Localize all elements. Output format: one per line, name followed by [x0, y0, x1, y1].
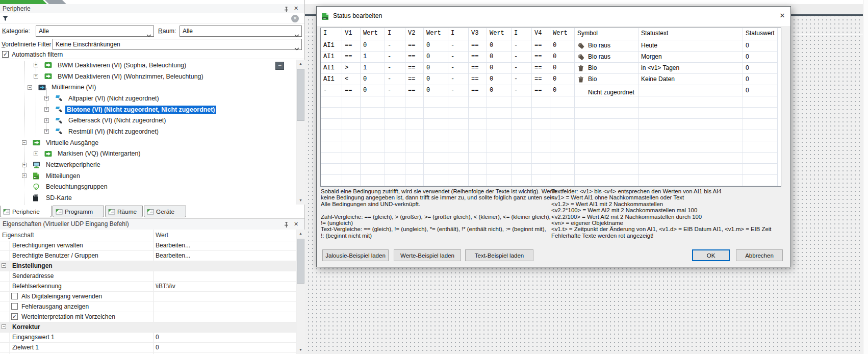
- scroll-up-icon[interactable]: ▲: [296, 60, 305, 68]
- property-checkbox[interactable]: [11, 303, 18, 310]
- property-checkbox[interactable]: ✓: [11, 313, 18, 320]
- table-cell: [469, 96, 487, 108]
- table-row[interactable]: AI1>1-==0-==0-==0Bioin <v1> Tagen0: [321, 63, 781, 74]
- table-row[interactable]: [321, 96, 781, 108]
- scroll-down-icon[interactable]: ▼: [296, 346, 305, 354]
- table-row[interactable]: [321, 164, 781, 175]
- table-row[interactable]: [321, 141, 781, 153]
- property-row-senderadresse[interactable]: Senderadresse: [0, 271, 296, 282]
- property-row-werteinterpretation-mit-vorzeichen[interactable]: ✓Werteinterpretation mit Vorzeichen: [0, 312, 296, 322]
- table-row[interactable]: AI1==0-==0-==0-==0Bio rausHeute0: [321, 40, 781, 52]
- expand-icon[interactable]: +: [44, 129, 49, 134]
- auto-filter-checkbox[interactable]: ✓: [2, 51, 9, 58]
- scrollbar-thumb[interactable]: [297, 69, 304, 121]
- tree-item-m-lltermine[interactable]: −Mülltermine (VI): [0, 82, 295, 93]
- table-row[interactable]: [321, 175, 781, 186]
- properties-scrollbar[interactable]: ▲ ▼: [296, 230, 305, 354]
- kategorie-select[interactable]: Alle: [36, 26, 154, 37]
- property-action-value[interactable]: Bearbeiten...: [156, 252, 190, 259]
- property-label: Berechtigte Benutzer / Gruppen: [12, 252, 98, 259]
- scroll-down-icon[interactable]: ▼: [296, 196, 305, 205]
- scrollbar-thumb[interactable]: [297, 239, 304, 284]
- text-beispiel-laden-button[interactable]: Text-Beispiel laden: [465, 249, 533, 261]
- table-cell: [532, 141, 550, 153]
- column-divider: [153, 230, 154, 241]
- table-row[interactable]: [321, 153, 781, 164]
- werte-beispiel-laden-button[interactable]: Werte-Beispiel laden: [394, 249, 461, 261]
- tree-item-virtuelle-ausg-nge[interactable]: −Virtuelle Ausgänge: [0, 137, 295, 148]
- clear-filter-icon[interactable]: ✕: [291, 15, 299, 22]
- scroll-up-icon[interactable]: ▲: [296, 230, 305, 238]
- collapse-all-button[interactable]: −: [275, 62, 284, 70]
- column-header-i: I: [448, 28, 469, 40]
- tree-item-restm-ll[interactable]: +Restmüll (VI) (Nicht zugeordnet): [0, 126, 295, 137]
- property-row-fehlerausgang-anzeigen[interactable]: Fehlerausgang anzeigen: [0, 302, 296, 312]
- expand-icon[interactable]: +: [44, 96, 49, 100]
- property-checkbox[interactable]: [11, 293, 18, 299]
- tree-item-altpapier[interactable]: +Altpapier (VI) (Nicht zugeordnet): [0, 93, 295, 104]
- table-cell: 0: [550, 63, 575, 74]
- expand-icon[interactable]: +: [44, 118, 49, 123]
- table-row[interactable]: [321, 130, 781, 141]
- ok-button[interactable]: OK: [692, 249, 730, 261]
- property-label: Berechtigungen verwalten: [12, 242, 83, 249]
- collapse-icon[interactable]: −: [2, 324, 6, 329]
- tab-card-icon: [3, 208, 10, 215]
- jalousie-beispiel-laden-button[interactable]: Jalousie-Beispiel laden: [322, 249, 389, 261]
- status-conditions-table[interactable]: IV1WertIV2WertIV3WertIV4WertSymbolStatus…: [320, 28, 781, 187]
- raum-select[interactable]: Alle: [180, 26, 302, 37]
- property-row-befehlserkennung[interactable]: Befehlserkennung\iBT:\i\v: [0, 282, 296, 292]
- property-row-berechtigte-benutzer-gruppen[interactable]: Berechtigte Benutzer / GruppenBearbeiten…: [0, 251, 296, 261]
- table-row[interactable]: [321, 108, 781, 119]
- table-cell: ==: [532, 52, 550, 63]
- tree-item-mitteilungen[interactable]: +Mitteilungen: [0, 170, 295, 182]
- tree-item-gelbersack[interactable]: +Gelbersack (VI) (Nicht zugeordnet): [0, 115, 295, 126]
- tree-item-markisen[interactable]: +Markisen (VQ) (Wintergarten): [0, 148, 295, 160]
- expand-icon[interactable]: +: [44, 107, 49, 112]
- expand-icon[interactable]: +: [22, 163, 27, 167]
- dialog-titlebar[interactable]: Status bearbeiten ✕: [317, 7, 790, 26]
- property-row-eingangswert-1[interactable]: Eingangswert 10: [0, 333, 296, 343]
- table-cell: [385, 108, 405, 119]
- cancel-button[interactable]: Abbrechen: [736, 249, 783, 261]
- collapse-icon[interactable]: −: [28, 85, 32, 90]
- tree-item-sd-karte[interactable]: SD-Karte: [0, 192, 295, 204]
- expand-icon[interactable]: +: [22, 173, 27, 178]
- symbol-text: Bio raus: [588, 53, 610, 60]
- canvas-scrollbar[interactable]: [863, 0, 868, 354]
- tree-item-beleuchtungsgruppen[interactable]: Beleuchtungsgruppen: [0, 182, 295, 193]
- tree-item-bwm-deaktivieren[interactable]: +BWM Deaktivieren (VI) (Wohnzimmer, Bele…: [0, 71, 295, 82]
- expand-icon[interactable]: +: [34, 74, 38, 79]
- collapse-icon[interactable]: −: [2, 263, 6, 268]
- table-row[interactable]: -==0-==0-==0-==0Nicht zugeordnet0: [321, 85, 781, 96]
- help-text-line: Zahl-Vergleiche: == (gleich), > (größer)…: [321, 214, 550, 220]
- property-action-value[interactable]: Bearbeiten...: [156, 242, 190, 249]
- pin-icon[interactable]: [284, 6, 290, 12]
- property-label: Befehlserkennung: [12, 283, 62, 290]
- expand-icon[interactable]: +: [34, 63, 38, 67]
- table-row[interactable]: [321, 119, 781, 130]
- table-row[interactable]: AI1==1-==0-==0-==0Bio rausMorgen0: [321, 52, 781, 63]
- vordefinierte-filter-select[interactable]: Keine Einschränkungen: [53, 39, 302, 50]
- tab-ger-te[interactable]: Geräte: [144, 206, 186, 217]
- table-cell: [575, 119, 639, 130]
- tab-r-ume[interactable]: Räume: [105, 206, 143, 217]
- tree-item-bwm-deaktivieren[interactable]: +BWM Deaktivieren (VI) (Sophia, Beleucht…: [0, 60, 295, 71]
- pin-icon[interactable]: [284, 221, 290, 227]
- close-icon[interactable]: ✕: [777, 11, 787, 21]
- expand-icon[interactable]: +: [34, 151, 38, 156]
- property-row-als-digitaleingang-verwenden[interactable]: Als Digitaleingang verwenden: [0, 292, 296, 302]
- table-cell: [532, 164, 550, 175]
- tab-peripherie[interactable]: Peripherie: [0, 206, 52, 217]
- tree-item-netzwerkperipherie[interactable]: +Netzwerkperipherie: [0, 159, 295, 170]
- property-row-berechtigungen-verwalten[interactable]: Berechtigungen verwaltenBearbeiten...: [0, 241, 296, 251]
- tree-item-biotone[interactable]: +Biotone (VI) (Nicht zugeordnet, Nicht z…: [0, 104, 295, 115]
- table-row[interactable]: AI1<0-==0-==0-==0BioKeine Daten0: [321, 74, 781, 85]
- tree-scrollbar[interactable]: ▲ ▼: [296, 60, 305, 205]
- table-cell: Nicht zugeordnet: [575, 85, 639, 96]
- tab-programm[interactable]: Programm: [53, 206, 104, 217]
- close-icon[interactable]: ✕: [293, 5, 299, 12]
- collapse-icon[interactable]: −: [22, 140, 27, 145]
- close-icon[interactable]: ✕: [293, 220, 299, 227]
- property-row-zielwert-1[interactable]: Zielwert 10: [0, 343, 296, 353]
